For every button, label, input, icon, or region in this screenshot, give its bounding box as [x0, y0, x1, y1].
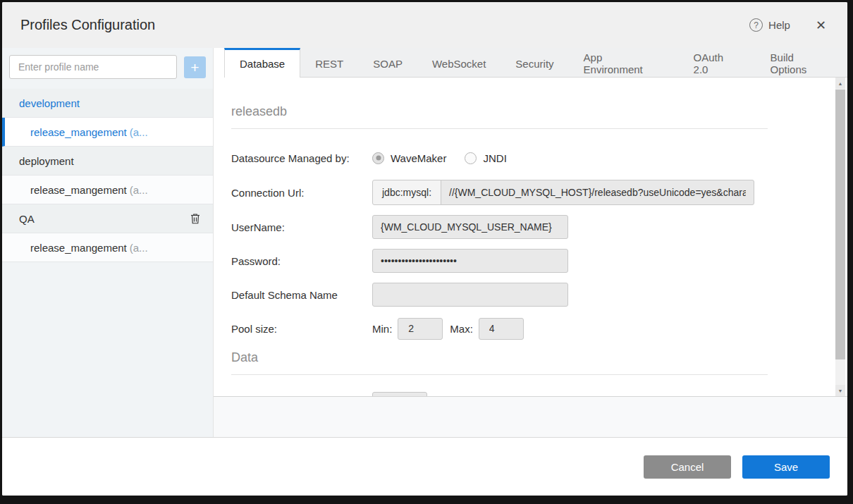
radio-wavemaker[interactable]: WaveMaker — [372, 152, 446, 164]
section-divider — [231, 374, 768, 375]
radio-checked-icon — [372, 152, 384, 164]
delete-profile-icon[interactable] — [189, 212, 202, 225]
content-bottom-strip — [214, 396, 847, 437]
pool-min-input[interactable] — [398, 318, 443, 340]
pool-max-input[interactable] — [479, 318, 524, 340]
add-profile-button[interactable]: + — [184, 56, 206, 78]
password-input[interactable] — [372, 249, 568, 273]
help-question-icon: ? — [749, 18, 763, 32]
sidebar-item-release-mangement-dev[interactable]: release_mangement (a... — [2, 118, 213, 147]
scrollbar-thumb[interactable] — [835, 90, 845, 359]
sidebar-item-release-mangement-deploy[interactable]: release_mangement (a... — [2, 176, 213, 204]
tab-app-environment[interactable]: App Environment — [569, 48, 679, 77]
help-label: Help — [768, 19, 790, 31]
db-section-title: releasedb — [231, 104, 768, 119]
data-section-title: Data — [231, 350, 768, 365]
password-label: Password: — [231, 255, 372, 267]
profile-search-row: + — [2, 48, 213, 89]
profile-detail-panel: Database REST SOAP WebSocket Security Ap… — [214, 48, 847, 437]
pool-min-label: Min: — [372, 323, 392, 335]
group-label: deployment — [19, 155, 74, 167]
radio-jndi[interactable]: JNDI — [465, 152, 506, 164]
profile-label-suffix: (a... — [130, 126, 148, 138]
tab-database[interactable]: Database — [224, 48, 300, 78]
group-label: QA — [19, 213, 35, 225]
database-tab-content: releasedb Datasource Managed by: WaveMak… — [214, 78, 835, 396]
group-label: development — [19, 97, 80, 109]
profiles-sidebar: + development release_mangement (a... de… — [2, 48, 214, 437]
dialog-footer: Cancel Save — [2, 437, 847, 496]
username-label: UserName: — [231, 221, 372, 233]
schema-input[interactable] — [372, 283, 568, 307]
section-divider — [231, 128, 768, 129]
profile-label: release_mangement — [30, 242, 127, 254]
profile-label: release_mangement — [30, 184, 127, 196]
schema-row: Default Schema Name — [231, 283, 768, 307]
data-section: Data Records per request: — [231, 350, 768, 396]
sidebar-group-deployment[interactable]: deployment — [2, 147, 213, 176]
tab-soap[interactable]: SOAP — [358, 48, 417, 77]
profile-label: release_mangement — [30, 126, 127, 138]
pool-max-label: Max: — [450, 323, 473, 335]
profile-label-suffix: (a... — [130, 184, 148, 196]
schema-label: Default Schema Name — [231, 289, 372, 301]
tab-build-options[interactable]: Build Options — [756, 48, 847, 77]
profile-name-input[interactable] — [9, 55, 177, 79]
config-tabbar: Database REST SOAP WebSocket Security Ap… — [224, 48, 847, 78]
datasource-row: Datasource Managed by: WaveMaker JNDI — [231, 146, 768, 170]
dialog-body: + development release_mangement (a... de… — [2, 48, 847, 437]
profiles-configuration-dialog: Profiles Configuration ? Help ✕ + develo… — [2, 2, 847, 496]
sidebar-item-release-mangement-qa[interactable]: release_mangement (a... — [2, 233, 213, 262]
username-row: UserName: — [231, 215, 768, 239]
tab-security[interactable]: Security — [501, 48, 568, 77]
save-button[interactable]: Save — [742, 455, 830, 479]
radio-jndi-label: JNDI — [483, 152, 506, 164]
pool-size-row: Pool size: Min: Max: — [231, 316, 768, 340]
dialog-title: Profiles Configuration — [20, 17, 749, 33]
scroll-down-icon[interactable]: ▼ — [835, 385, 845, 396]
tab-oauth2[interactable]: OAuth 2.0 — [679, 48, 756, 77]
radio-unchecked-icon — [465, 152, 477, 164]
radio-wavemaker-label: WaveMaker — [391, 152, 446, 164]
close-icon[interactable]: ✕ — [813, 16, 829, 35]
connection-url-label: Connection Url: — [231, 187, 372, 199]
connection-url-row: Connection Url: jdbc:mysql: — [231, 180, 768, 205]
tab-rest[interactable]: REST — [300, 48, 358, 77]
dialog-header: Profiles Configuration ? Help ✕ — [2, 2, 847, 48]
profile-list: development release_mangement (a... depl… — [2, 89, 213, 262]
sidebar-group-qa[interactable]: QA — [2, 204, 213, 233]
vertical-scrollbar[interactable]: ▲ ▼ — [835, 78, 845, 396]
datasource-label: Datasource Managed by: — [231, 152, 372, 164]
sidebar-group-development[interactable]: development — [2, 89, 213, 118]
datasource-radio-group: WaveMaker JNDI — [372, 152, 507, 164]
scroll-up-icon[interactable]: ▲ — [835, 78, 845, 89]
connection-url-input[interactable] — [441, 180, 754, 205]
username-input[interactable] — [372, 215, 568, 239]
help-button[interactable]: ? Help — [749, 18, 790, 32]
pool-size-label: Pool size: — [231, 323, 372, 335]
cancel-button[interactable]: Cancel — [644, 455, 731, 479]
header-actions: ? Help ✕ — [749, 16, 829, 35]
password-row: Password: — [231, 249, 768, 273]
profile-label-suffix: (a... — [130, 242, 148, 254]
jdbc-prefix: jdbc:mysql: — [372, 180, 441, 205]
tab-websocket[interactable]: WebSocket — [417, 48, 501, 77]
